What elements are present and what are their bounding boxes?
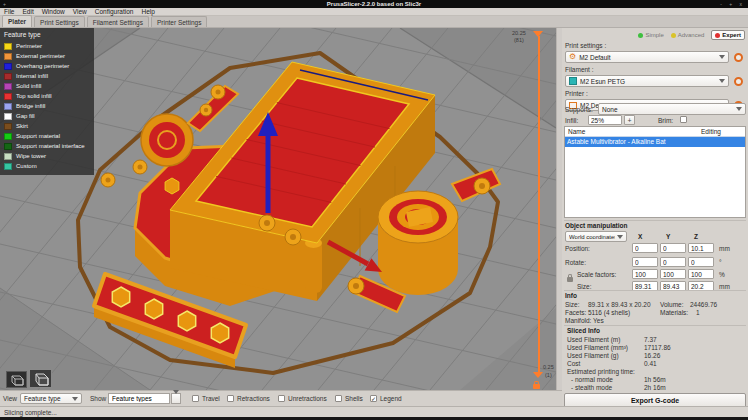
brim-checkbox[interactable] xyxy=(680,116,687,123)
rotate-x-input[interactable] xyxy=(632,257,658,267)
retractions-checkbox[interactable] xyxy=(227,395,234,402)
column-editing: Editing xyxy=(701,128,721,135)
infill-stepper[interactable]: + xyxy=(624,115,635,125)
rotate-z-input[interactable] xyxy=(688,257,714,267)
print-settings-combo[interactable]: ⚙ M2 Default xyxy=(565,51,729,63)
swatch-top-solid-infill xyxy=(4,93,12,100)
layer-slider-track[interactable] xyxy=(538,36,540,374)
retractions-label: Retractions xyxy=(237,395,270,402)
filament-detach-button[interactable] xyxy=(734,77,743,86)
size-label: Size: xyxy=(577,283,591,290)
legend-label: Legend xyxy=(380,395,402,402)
swatch-solid-infill xyxy=(4,83,12,90)
object-row-selected[interactable]: Astable Multivibrator - Alkaline Bat xyxy=(565,137,745,147)
gcode-preview-viewport[interactable]: Feature type Perimeter External perimete… xyxy=(0,28,556,390)
used-filament-g-label: Used Filament (g) xyxy=(567,352,619,359)
tab-filament-settings[interactable]: Filament Settings xyxy=(87,16,149,27)
filament-color-swatch xyxy=(569,77,577,85)
menu-view[interactable]: View xyxy=(69,8,91,15)
menu-edit[interactable]: Edit xyxy=(18,8,37,15)
show-combo-dropdown-button[interactable] xyxy=(171,393,181,404)
print-settings-detach-button[interactable] xyxy=(734,53,743,62)
layer-slider-top-value: 20.25 xyxy=(512,30,526,36)
info-size-value: 89.31 x 89.43 x 20.20 xyxy=(588,301,651,308)
supports-combo[interactable]: None xyxy=(598,103,746,115)
menu-configuration[interactable]: Configuration xyxy=(91,8,138,15)
legend-item: Solid infill xyxy=(4,81,90,91)
preview-bottom-bar: View Feature type Show Travel Retraction… xyxy=(0,390,562,406)
shells-label: Shells xyxy=(345,395,363,402)
info-materials-label: Materials: xyxy=(660,309,688,316)
menu-window[interactable]: Window xyxy=(38,8,69,15)
legend-item: Skirt xyxy=(4,121,90,131)
mode-simple[interactable]: Simple xyxy=(638,32,663,38)
position-y-input[interactable] xyxy=(660,243,686,253)
layer-slider-top-handle[interactable] xyxy=(533,31,543,37)
layer-slider-bottom-layer: (1) xyxy=(545,372,552,378)
used-filament-mm3-label: Used Filament (mm³) xyxy=(567,344,628,351)
used-filament-mm3-value: 17117.86 xyxy=(644,344,671,351)
info-facets-value: 5116 (4 shells) xyxy=(588,309,630,316)
mode-advanced[interactable]: Advanced xyxy=(671,32,705,38)
printer-label: Printer : xyxy=(565,90,588,97)
mode-expert[interactable]: Expert xyxy=(711,30,745,40)
scale-y-input[interactable] xyxy=(660,269,686,279)
stealth-mode-value: 2h 16m xyxy=(644,384,666,391)
window-controls[interactable]: - + x xyxy=(720,1,745,7)
scale-label: Scale factors: xyxy=(577,271,616,278)
rotate-unit: ° xyxy=(719,259,722,266)
axis-z-header: Z xyxy=(694,233,698,240)
swatch-overhang-perimeter xyxy=(4,63,12,70)
legend-item: External perimeter xyxy=(4,51,90,61)
menu-bar: File Edit Window View Configuration Help xyxy=(0,8,748,16)
swatch-internal-infill xyxy=(4,73,12,80)
filament-combo[interactable]: M2 Esun PETG xyxy=(565,75,729,87)
layer-range-lock-icon[interactable] xyxy=(533,384,540,389)
show-combo-input[interactable] xyxy=(108,393,170,404)
legend-item: Overhang perimeter xyxy=(4,61,90,71)
menu-help[interactable]: Help xyxy=(137,8,158,15)
simple-dot-icon xyxy=(638,33,643,38)
scale-x-input[interactable] xyxy=(632,269,658,279)
legend-item: Wipe tower xyxy=(4,151,90,161)
menu-file[interactable]: File xyxy=(0,8,18,15)
status-bar: Slicing complete... xyxy=(0,406,748,417)
object-list: Name Editing Astable Multivibrator - Alk… xyxy=(564,126,746,218)
unretractions-checkbox[interactable] xyxy=(278,395,285,402)
window-title: PrusaSlicer-2.2.0 based on Slic3r xyxy=(0,1,748,7)
view-combo[interactable]: Feature type xyxy=(20,393,82,404)
shells-checkbox[interactable] xyxy=(335,395,342,402)
rotate-label: Rotate: xyxy=(565,259,586,266)
position-z-input[interactable] xyxy=(688,243,714,253)
uniform-scale-lock-icon[interactable] xyxy=(567,277,573,282)
expert-dot-icon xyxy=(715,33,720,38)
legend-item: Support material interface xyxy=(4,141,90,151)
swatch-custom xyxy=(4,163,12,170)
coordinates-combo[interactable]: World coordinates xyxy=(565,231,627,242)
swatch-external-perimeter xyxy=(4,53,12,60)
tab-print-settings[interactable]: Print Settings xyxy=(34,16,85,27)
position-x-input[interactable] xyxy=(632,243,658,253)
infill-input[interactable] xyxy=(588,115,622,125)
rotate-y-input[interactable] xyxy=(660,257,686,267)
legend-checkbox[interactable]: ✓ xyxy=(370,395,377,402)
legend-item: Top solid infill xyxy=(4,91,90,101)
legend-item: Internal infill xyxy=(4,71,90,81)
unretractions-label: Unretractions xyxy=(288,395,327,402)
advanced-dot-icon xyxy=(671,33,676,38)
chevron-down-icon xyxy=(736,107,742,111)
chevron-down-icon xyxy=(72,397,78,401)
info-manifold: Manifold: Yes xyxy=(565,317,604,324)
tab-printer-settings[interactable]: Printer Settings xyxy=(151,16,207,27)
right-settings-panel: Simple Advanced Expert Print settings : … xyxy=(562,28,748,408)
scale-z-input[interactable] xyxy=(688,269,714,279)
stealth-mode-label: - stealth mode xyxy=(571,384,612,391)
travel-checkbox[interactable] xyxy=(192,395,199,402)
info-size-label: Size: xyxy=(565,301,579,308)
title-bar: + PrusaSlicer-2.2.0 based on Slic3r - + … xyxy=(0,0,748,8)
editor-view-button[interactable] xyxy=(6,371,27,388)
preview-view-button[interactable] xyxy=(29,369,52,388)
used-filament-m-label: Used Filament (m) xyxy=(567,336,620,343)
tab-plater[interactable]: Plater xyxy=(2,15,32,27)
layer-slider-bottom-handle[interactable] xyxy=(533,372,543,378)
